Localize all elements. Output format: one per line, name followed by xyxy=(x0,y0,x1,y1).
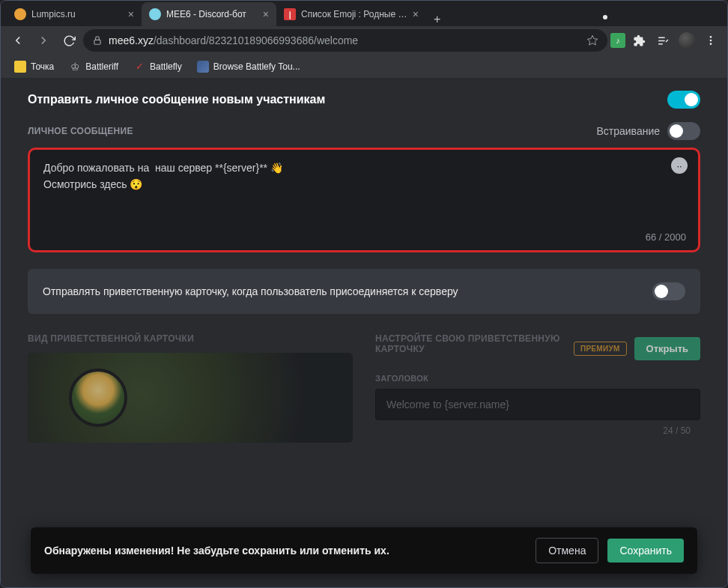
save-bar-text: Обнаружены изменения! Не забудьте сохран… xyxy=(44,545,527,557)
preview-heading: ВИД ПРИВЕТСТВЕННОЙ КАРТОЧКИ xyxy=(28,333,353,344)
close-icon[interactable]: × xyxy=(128,8,134,20)
unsaved-changes-bar: Обнаружены изменения! Не забудьте сохран… xyxy=(31,527,697,574)
svg-rect-4 xyxy=(94,40,100,44)
title-field-label: ЗАГОЛОВОК xyxy=(375,374,700,383)
char-counter: 66 / 2000 xyxy=(646,231,686,243)
message-content: Добро пожаловать на наш сервер **{server… xyxy=(43,160,685,193)
favicon-icon xyxy=(14,8,26,20)
bookmark-icon: ✓ xyxy=(133,61,145,73)
extensions-icon[interactable] xyxy=(628,30,649,51)
svg-point-11 xyxy=(710,43,712,45)
favicon-icon xyxy=(149,8,161,20)
cancel-button[interactable]: Отмена xyxy=(536,538,598,563)
title-char-counter: 24 / 50 xyxy=(663,425,691,436)
tab-title: Список Emoji : Родные сим xyxy=(301,9,407,19)
bookmark-battlefly[interactable]: ✓Battlefly xyxy=(127,58,188,76)
welcome-card-label: Отправлять приветственную карточку, когд… xyxy=(43,285,458,297)
bookmark-icon xyxy=(197,61,209,73)
menu-icon[interactable] xyxy=(700,30,721,51)
tab-strip: Lumpics.ru × MEE6 - Discord-бот × ❘ Спис… xyxy=(1,1,727,26)
lock-icon xyxy=(92,35,103,46)
private-message-label: ЛИЧНОЕ СООБЩЕНИЕ xyxy=(28,126,133,136)
tab-emoji[interactable]: ❘ Список Emoji : Родные сим × xyxy=(276,2,426,26)
message-textarea[interactable]: Добро пожаловать на наш сервер **{server… xyxy=(28,148,700,252)
close-icon[interactable]: × xyxy=(263,8,269,20)
save-button[interactable]: Сохранить xyxy=(607,539,684,563)
svg-point-10 xyxy=(710,40,712,42)
embed-label: Встраивание xyxy=(596,125,660,137)
tab-title: MEE6 - Discord-бот xyxy=(166,9,258,19)
bookmark-tochka[interactable]: Точка xyxy=(8,58,60,76)
customize-heading: НАСТРОЙТЕ СВОЮ ПРИВЕТСТВЕННУЮ КАРТОЧКУ xyxy=(375,333,566,354)
premium-badge: ПРЕМИУМ xyxy=(574,342,627,356)
embed-toggle[interactable] xyxy=(667,122,700,140)
tab-lumpics[interactable]: Lumpics.ru × xyxy=(7,2,142,26)
welcome-card-toggle[interactable] xyxy=(652,282,685,300)
new-tab-button[interactable]: + xyxy=(426,13,448,26)
bookmark-icon: ♔ xyxy=(69,61,81,73)
section-title: Отправить личное сообщение новым участни… xyxy=(28,93,325,106)
favicon-icon: ❘ xyxy=(284,8,296,20)
star-icon[interactable] xyxy=(586,34,598,46)
profile-avatar[interactable] xyxy=(676,30,697,51)
tab-title: Lumpics.ru xyxy=(31,9,123,19)
avatar-preview xyxy=(69,369,127,427)
close-icon[interactable]: × xyxy=(413,8,419,20)
reading-list-icon[interactable] xyxy=(652,30,673,51)
extension-music-icon[interactable]: ♪ xyxy=(610,33,625,48)
url-text: mee6.xyz/dashboard/823210189066993686/we… xyxy=(109,34,580,46)
reload-button[interactable] xyxy=(58,29,80,52)
title-input[interactable]: Welcome to {server.name} 24 / 50 xyxy=(375,389,700,420)
bookmark-battlefy[interactable]: Browse Battlefy Tou... xyxy=(191,58,306,76)
welcome-card-preview xyxy=(28,353,353,443)
svg-point-9 xyxy=(710,36,712,38)
bookmark-icon xyxy=(14,61,26,73)
browser-toolbar: mee6.xyz/dashboard/823210189066993686/we… xyxy=(1,26,727,55)
bookmark-battleriff[interactable]: ♔Battleriff xyxy=(63,58,124,76)
svg-marker-5 xyxy=(587,35,597,45)
emoji-picker-icon[interactable]: ·· xyxy=(671,157,688,174)
back-button[interactable] xyxy=(7,29,29,52)
dm-toggle[interactable] xyxy=(667,91,700,109)
address-bar[interactable]: mee6.xyz/dashboard/823210189066993686/we… xyxy=(83,29,607,52)
tab-mee6[interactable]: MEE6 - Discord-бот × xyxy=(142,2,276,26)
bookmarks-bar: Точка ♔Battleriff ✓Battlefly Browse Batt… xyxy=(1,55,727,79)
forward-button[interactable] xyxy=(32,29,55,52)
open-button[interactable]: Открыть xyxy=(634,337,700,360)
tab-overflow-icon[interactable] xyxy=(597,8,615,26)
